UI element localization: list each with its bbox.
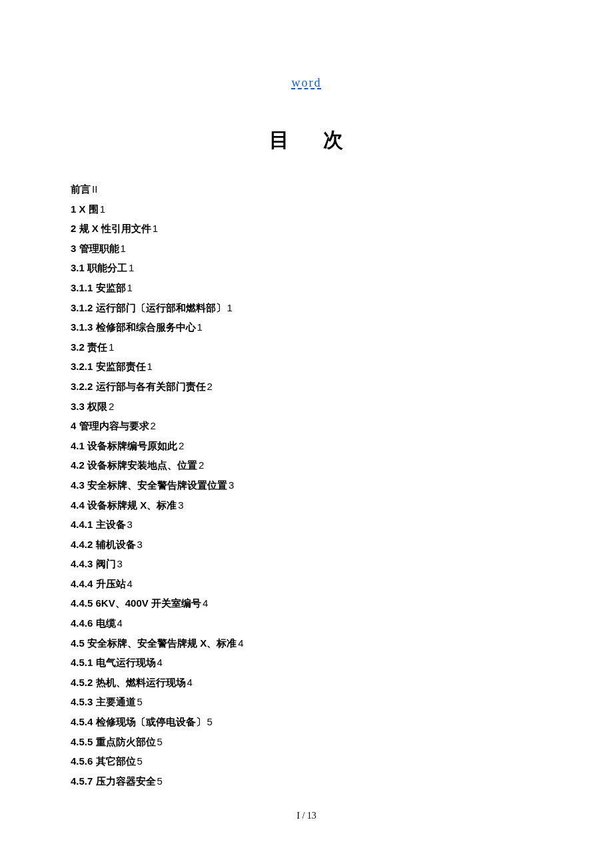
- toc-page: 2: [179, 440, 184, 451]
- toc-label: 前言: [71, 183, 91, 195]
- toc-entry: 4.2 设备标牌安装地点、位置2: [71, 455, 544, 475]
- toc-page: 4: [117, 617, 123, 629]
- toc-entry: 3.3 权限2: [71, 397, 544, 417]
- toc-page: 5: [207, 716, 213, 727]
- toc-label: 4.4 设备标牌规 X、标准: [71, 499, 177, 511]
- toc-page: 3: [229, 479, 234, 491]
- toc-label: 4.4.4 升压站: [71, 578, 126, 589]
- toc-entry: 4.4.4 升压站4: [71, 574, 544, 594]
- toc-entry: 3.1.3 检修部和综合服务中心1: [71, 317, 544, 337]
- toc-page: 2: [207, 381, 213, 392]
- toc-entry: 3.1.1 安监部1: [71, 278, 544, 298]
- toc-page: 2: [199, 459, 204, 471]
- toc-label: 3.1.3 检修部和综合服务中心: [71, 321, 196, 333]
- page-footer: I / 13: [0, 811, 613, 821]
- toc-page: 5: [157, 775, 163, 787]
- toc-label: 4.5.1 电气运行现场: [71, 657, 156, 668]
- toc-entry: 2 规 X 性引用文件1: [71, 219, 544, 239]
- toc-content: 前言II 1 X 围1 2 规 X 性引用文件1 3 管理职能1 3.1 职能分…: [71, 179, 544, 791]
- toc-label: 4.4.6 电缆: [71, 617, 116, 629]
- toc-label: 3.1.2 运行部门〔运行部和燃料部〕: [71, 302, 226, 313]
- toc-label: 4.5.5 重点防火部位: [71, 736, 156, 747]
- toc-page: 4: [238, 637, 243, 649]
- toc-page: 3: [117, 558, 123, 569]
- toc-label: 4.4.3 阀门: [71, 558, 116, 569]
- toc-entry: 4.4.3 阀门3: [71, 554, 544, 574]
- toc-page: 5: [157, 736, 163, 747]
- toc-page: 1: [121, 243, 126, 254]
- toc-label: 1 X 围: [71, 203, 99, 215]
- toc-page: 4: [127, 578, 133, 589]
- toc-entry: 3 管理职能1: [71, 239, 544, 259]
- toc-page: 1: [100, 203, 105, 215]
- toc-label: 4.5.2 热机、燃料运行现场: [71, 677, 186, 688]
- toc-entry: 4.4.2 辅机设备3: [71, 535, 544, 555]
- toc-page: 1: [197, 321, 203, 333]
- toc-label: 3 管理职能: [71, 243, 119, 254]
- toc-label: 3.2.1 安监部责任: [71, 361, 146, 372]
- toc-label: 4.4.2 辅机设备: [71, 539, 136, 550]
- page-title: 目次: [0, 127, 613, 154]
- toc-page: 1: [127, 282, 133, 293]
- toc-page: 1: [153, 223, 158, 234]
- toc-label: 4 管理内容与要求: [71, 420, 149, 431]
- toc-entry: 1 X 围1: [71, 199, 544, 219]
- toc-page: 5: [137, 755, 143, 767]
- toc-label: 4.3 安全标牌、安全警告牌设置位置: [71, 479, 227, 491]
- toc-label: 4.5.4 检修现场〔或停电设备〕: [71, 716, 206, 727]
- toc-entry: 3.2.2 运行部与各有关部门责任2: [71, 377, 544, 397]
- header-link[interactable]: word: [0, 76, 613, 90]
- toc-label: 3.1 职能分工: [71, 262, 127, 273]
- toc-page: 1: [147, 361, 153, 372]
- toc-page: 4: [203, 597, 208, 609]
- toc-page: 5: [137, 696, 143, 707]
- toc-entry: 4.5 安全标牌、安全警告牌规 X、标准4: [71, 633, 544, 653]
- toc-label: 3.2.2 运行部与各有关部门责任: [71, 381, 206, 392]
- toc-entry: 4.5.1 电气运行现场4: [71, 653, 544, 673]
- toc-entry: 3.1 职能分工1: [71, 258, 544, 278]
- toc-page: 1: [227, 302, 233, 313]
- toc-entry: 4.5.3 主要通道5: [71, 692, 544, 712]
- title-char-2: 次: [323, 129, 344, 151]
- toc-entry: 前言II: [71, 179, 544, 199]
- toc-entry: 3.1.2 运行部门〔运行部和燃料部〕1: [71, 298, 544, 318]
- toc-entry: 4.4.6 电缆4: [71, 613, 544, 633]
- toc-page: 3: [137, 539, 143, 550]
- toc-label: 3.2 责任: [71, 341, 107, 353]
- toc-label: 4.1 设备标牌编号原如此: [71, 440, 177, 451]
- toc-label: 4.5 安全标牌、安全警告牌规 X、标准: [71, 637, 237, 649]
- toc-entry: 3.2 责任1: [71, 337, 544, 357]
- toc-page: 3: [127, 519, 133, 530]
- toc-page: 3: [178, 499, 183, 511]
- toc-entry: 4.4.5 6KV、400V 开关室编号4: [71, 593, 544, 613]
- toc-label: 2 规 X 性引用文件: [71, 223, 151, 234]
- toc-entry: 4.5.2 热机、燃料运行现场4: [71, 673, 544, 693]
- toc-page: II: [92, 183, 97, 195]
- toc-entry: 4.5.6 其它部位5: [71, 751, 544, 771]
- toc-label: 4.2 设备标牌安装地点、位置: [71, 459, 197, 471]
- toc-entry: 4.5.5 重点防火部位5: [71, 732, 544, 752]
- toc-page: 2: [109, 401, 114, 412]
- toc-label: 4.4.1 主设备: [71, 519, 126, 530]
- toc-page: 1: [129, 262, 134, 273]
- toc-label: 4.4.5 6KV、400V 开关室编号: [71, 597, 201, 609]
- toc-label: 4.5.6 其它部位: [71, 755, 136, 767]
- toc-page: 1: [109, 341, 114, 353]
- toc-page: 4: [157, 657, 163, 668]
- toc-entry: 4.5.4 检修现场〔或停电设备〕5: [71, 712, 544, 732]
- toc-entry: 4.1 设备标牌编号原如此2: [71, 436, 544, 456]
- toc-page: 2: [151, 420, 156, 431]
- title-char-1: 目: [269, 129, 290, 151]
- toc-entry: 4 管理内容与要求2: [71, 416, 544, 436]
- toc-entry: 4.3 安全标牌、安全警告牌设置位置3: [71, 475, 544, 495]
- toc-entry: 4.5.7 压力容器安全5: [71, 771, 544, 791]
- toc-entry: 4.4.1 主设备3: [71, 515, 544, 535]
- toc-label: 4.5.7 压力容器安全: [71, 775, 156, 787]
- toc-entry: 3.2.1 安监部责任1: [71, 357, 544, 377]
- toc-entry: 4.4 设备标牌规 X、标准3: [71, 495, 544, 515]
- toc-page: 4: [187, 677, 193, 688]
- toc-label: 3.1.1 安监部: [71, 282, 126, 293]
- toc-label: 4.5.3 主要通道: [71, 696, 136, 707]
- toc-label: 3.3 权限: [71, 401, 107, 412]
